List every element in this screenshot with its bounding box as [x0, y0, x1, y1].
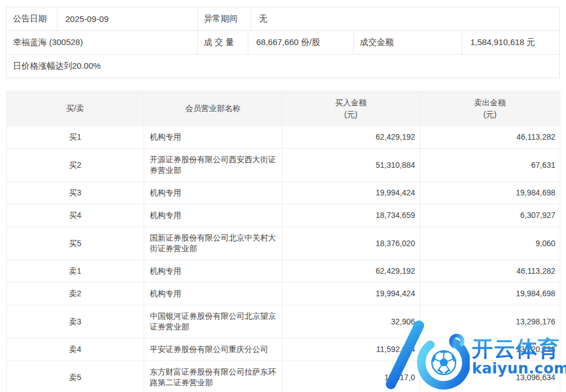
summary-panel: 公告日期 2025-09-09 异常期间 无 幸福蓝海 (300528) 成 交…: [6, 7, 560, 78]
buy-amount-cell: 51,310,884: [282, 149, 420, 182]
buy-amount-cell: 19,994,424: [282, 182, 420, 204]
col-header-sell-unit: (元): [424, 109, 556, 121]
side-cell: 卖1: [7, 260, 144, 283]
sell-amount-cell: 46,113,282: [420, 260, 560, 283]
sell-amount-cell: 6,307,927: [420, 204, 560, 227]
table-header-row: 买/卖 会员营业部名称 买入金额 (元) 卖出金额 (元): [7, 91, 560, 126]
sell-amount-cell: 67,631: [420, 149, 560, 182]
table-row: 卖4 平安证券股份有限公司重庆分公司 11,592,014 13,220,736: [7, 338, 560, 361]
buy-amount-cell: 18,734,659: [282, 204, 420, 227]
table-row: 卖5 东方财富证券股份有限公司拉萨东环路第二证券营业部 12,317,0 13,…: [7, 361, 560, 392]
buy-amount-cell: 62,429,192: [282, 260, 420, 283]
buy-amount-cell: 32,906: [282, 305, 420, 338]
buy-amount-cell: 18,376,020: [282, 227, 420, 260]
table-row: 卖2 机构专用 19,994,424 19,984,698: [7, 283, 560, 305]
sell-amount-cell: 19,984,698: [420, 283, 560, 305]
side-cell: 卖5: [7, 361, 144, 392]
turnover-value: 1,584,910,618 元: [462, 31, 559, 54]
col-header-buy: 买入金额 (元): [282, 91, 420, 126]
table-row: 卖1 机构专用 62,429,192 46,113,282: [7, 260, 560, 283]
announce-date-value: 2025-09-09: [57, 7, 198, 30]
table-body: 买1 机构专用 62,429,192 46,113,282 买2 开源证券股份有…: [7, 126, 560, 392]
volume-label: 成 交 量: [198, 31, 248, 54]
table-row: 买1 机构专用 62,429,192 46,113,282: [7, 126, 560, 149]
dept-cell: 国新证券股份有限公司北京中关村大街证券营业部: [144, 227, 282, 260]
buy-amount-cell: 19,994,424: [282, 283, 420, 305]
volume-value: 68,667,660 份/股: [248, 31, 354, 54]
dept-cell: 平安证券股份有限公司重庆分公司: [144, 338, 282, 361]
dept-cell: 中国银河证券股份有限公司北京望京证券营业部: [144, 305, 282, 338]
stock-name: 幸福蓝海 (300528): [7, 31, 198, 54]
table-row: 买2 开源证券股份有限公司西安西大街证券营业部 51,310,884 67,63…: [7, 149, 560, 182]
table-row: 买4 机构专用 18,734,659 6,307,927: [7, 204, 560, 227]
buy-amount-cell: 62,429,192: [282, 126, 420, 149]
table-row: 买5 国新证券股份有限公司北京中关村大街证券营业部 18,376,020 9,0…: [7, 227, 560, 260]
col-header-buy-unit: (元): [286, 109, 416, 121]
side-cell: 买1: [7, 126, 144, 149]
buy-amount-cell: 11,592,014: [282, 338, 420, 361]
summary-row-1: 公告日期 2025-09-09 异常期间 无: [7, 7, 559, 31]
summary-row-2: 幸福蓝海 (300528) 成 交 量 68,667,660 份/股 成交金额 …: [7, 31, 559, 55]
side-cell: 买5: [7, 227, 144, 260]
col-header-sell: 卖出金额 (元): [420, 91, 560, 126]
sell-amount-cell: 46,113,282: [420, 126, 560, 149]
col-header-side: 买/卖: [7, 91, 144, 126]
sell-amount-cell: 9,060: [420, 227, 560, 260]
dept-cell: 机构专用: [144, 260, 282, 283]
announce-date-label: 公告日期: [7, 7, 57, 30]
sell-amount-cell: 19,984,698: [420, 182, 560, 204]
side-cell: 买2: [7, 149, 144, 182]
side-cell: 买3: [7, 182, 144, 204]
side-cell: 买4: [7, 204, 144, 227]
sell-amount-cell: 13,220,736: [420, 338, 560, 361]
col-header-buy-label: 买入金额: [286, 97, 416, 109]
col-header-dept: 会员营业部名称: [144, 91, 282, 126]
dept-cell: 开源证券股份有限公司西安西大街证券营业部: [144, 149, 282, 182]
side-cell: 卖2: [7, 283, 144, 305]
table-row: 买3 机构专用 19,994,424 19,984,698: [7, 182, 560, 204]
dept-cell: 机构专用: [144, 126, 282, 149]
sell-amount-cell: 13,096,634: [420, 361, 560, 392]
broker-table: 买/卖 会员营业部名称 买入金额 (元) 卖出金额 (元) 买1 机构专用 62…: [6, 91, 560, 392]
turnover-label: 成交金额: [354, 31, 462, 54]
side-cell: 卖3: [7, 305, 144, 338]
abnormal-period-label: 异常期间: [198, 7, 251, 30]
sell-amount-cell: 13,298,176: [420, 305, 560, 338]
dept-cell: 机构专用: [144, 283, 282, 305]
abnormal-period-value: 无: [251, 7, 559, 30]
price-change-note: 日价格涨幅达到20.00%: [7, 55, 559, 78]
dept-cell: 东方财富证券股份有限公司拉萨东环路第二证券营业部: [144, 361, 282, 392]
dept-cell: 机构专用: [144, 182, 282, 204]
summary-row-3: 日价格涨幅达到20.00%: [7, 55, 559, 78]
dept-cell: 机构专用: [144, 204, 282, 227]
table-row: 卖3 中国银河证券股份有限公司北京望京证券营业部 32,906 13,298,1…: [7, 305, 560, 338]
buy-amount-cell: 12,317,0: [282, 361, 420, 392]
side-cell: 卖4: [7, 338, 144, 361]
col-header-sell-label: 卖出金额: [424, 97, 556, 109]
